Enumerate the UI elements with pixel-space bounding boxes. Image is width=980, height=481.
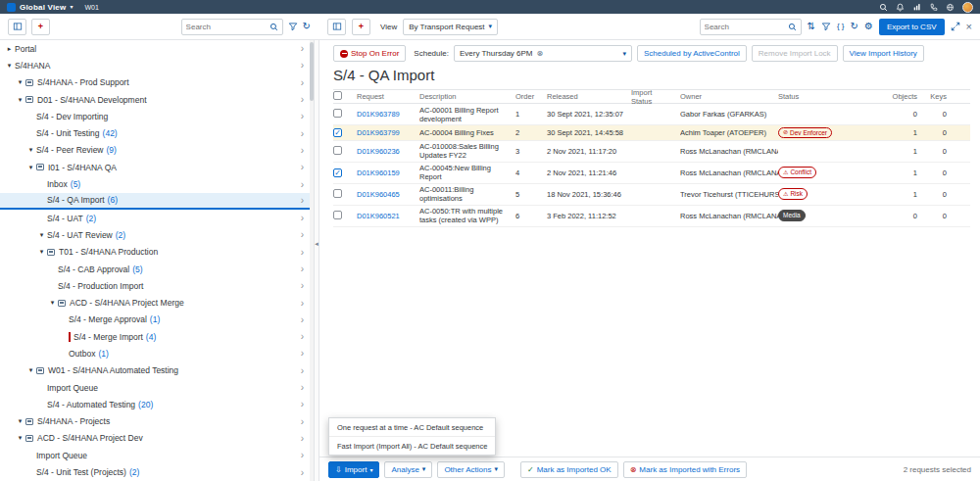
chevron-right-icon[interactable]: ›: [301, 77, 304, 88]
col-objects[interactable]: Objects: [892, 92, 923, 101]
request-link[interactable]: D01K960159: [357, 168, 400, 177]
col-order[interactable]: Order: [515, 92, 547, 101]
row-checkbox[interactable]: ✓: [333, 168, 342, 177]
row-checkbox[interactable]: [333, 109, 342, 118]
chevron-right-icon[interactable]: ›: [301, 314, 304, 325]
chevron-right-icon[interactable]: ›: [301, 179, 304, 190]
sidebar-item[interactable]: ▾W01 - S/4HANA Automated Testing›: [0, 362, 314, 379]
chevron-right-icon[interactable]: ›: [301, 213, 304, 223]
collapse-icon[interactable]: ▾: [15, 417, 25, 425]
collapse-icon[interactable]: ▾: [15, 78, 25, 86]
schedule-select[interactable]: Every Thursday 6PM ⊗ ▾: [454, 45, 632, 62]
collapse-icon[interactable]: ▾: [25, 164, 36, 171]
col-description[interactable]: Description: [419, 92, 515, 101]
sidebar-item[interactable]: ▾D01 - S/4HANA Development›: [0, 91, 314, 108]
braces-icon[interactable]: { }: [837, 23, 845, 30]
chevron-right-icon[interactable]: ›: [301, 382, 304, 393]
sidebar-item[interactable]: ▾S/4HANA - Prod Support›: [0, 74, 314, 91]
main-search-input[interactable]: [705, 23, 785, 31]
sidebar-item[interactable]: Inbox(5)›: [0, 175, 314, 192]
sidebar-item[interactable]: ▸Portal›: [0, 40, 314, 57]
sidebar-item[interactable]: S/4 - UAT(2)›: [0, 210, 314, 226]
expand-icon[interactable]: [951, 22, 960, 31]
layout-panel-button[interactable]: [8, 19, 26, 35]
row-checkbox[interactable]: ✓: [333, 128, 342, 137]
search-icon[interactable]: [879, 3, 888, 12]
sidebar-item[interactable]: Import Queue›: [0, 379, 314, 396]
import-option[interactable]: One request at a time - AC Default seque…: [329, 418, 495, 437]
collapse-icon[interactable]: ▾: [36, 248, 47, 256]
sidebar-item[interactable]: ▾S/4 - Peer Review(9)›: [0, 142, 314, 159]
table-row[interactable]: D01K963789AC-00001 Billing Report develo…: [333, 104, 970, 125]
expand-icon[interactable]: ▸: [4, 45, 15, 53]
remove-token-icon[interactable]: ⊗: [537, 49, 544, 58]
chevron-right-icon[interactable]: ›: [301, 145, 304, 156]
chevron-right-icon[interactable]: ›: [301, 60, 304, 71]
collapse-icon[interactable]: ▾: [25, 146, 36, 154]
table-row[interactable]: D01K960521AC-0050:TR with multiple tasks…: [333, 206, 970, 227]
sidebar-item[interactable]: S/4 - Merge Approval(1)›: [0, 312, 314, 328]
refresh-icon[interactable]: ↻: [303, 22, 311, 31]
request-link[interactable]: D01K960236: [357, 147, 400, 156]
chevron-right-icon[interactable]: ›: [301, 94, 304, 105]
request-link[interactable]: D01K960465: [357, 190, 400, 199]
sidebar-item[interactable]: Outbox(1)›: [0, 345, 314, 361]
collapse-icon[interactable]: ▾: [4, 62, 15, 70]
chevron-right-icon[interactable]: ›: [301, 416, 304, 427]
import-option[interactable]: Fast Import (Import All) - AC Default se…: [329, 437, 495, 455]
close-icon[interactable]: ×: [966, 21, 972, 32]
scheduled-by-activecontrol-button[interactable]: Scheduled by ActiveControl: [637, 45, 747, 62]
filter-icon[interactable]: [821, 22, 831, 31]
table-row[interactable]: D01K960465AC-00011:Billing optimisations…: [333, 184, 970, 206]
chevron-right-icon[interactable]: ›: [301, 111, 304, 121]
sidebar-item[interactable]: S/4 - Unit Testing(42)›: [0, 124, 314, 141]
chevron-right-icon[interactable]: ›: [301, 43, 304, 54]
layout-panel-button[interactable]: [327, 19, 346, 35]
row-checkbox[interactable]: [333, 211, 342, 219]
mark-imported-ok-button[interactable]: ✓ Mark as Imported OK: [520, 461, 618, 478]
refresh-icon[interactable]: ↻: [851, 22, 858, 31]
col-status[interactable]: Status: [778, 92, 892, 101]
chevron-right-icon[interactable]: ›: [301, 450, 304, 460]
sidebar-item[interactable]: ▾T01 - S/4HANA Production›: [0, 244, 314, 261]
sidebar-item[interactable]: S/4 - QA Import(6)›: [0, 193, 314, 210]
request-link[interactable]: D01K963789: [357, 110, 400, 119]
view-select[interactable]: By Transport Request ▾: [403, 19, 498, 35]
table-row[interactable]: D01K960236AC-010008:Sales Billing Update…: [333, 141, 970, 163]
chevron-right-icon[interactable]: ›: [301, 433, 304, 444]
sidebar-item[interactable]: S/4 - Automated Testing(20)›: [0, 396, 314, 412]
collapse-icon[interactable]: ▾: [47, 299, 58, 307]
chevron-down-icon[interactable]: ▾: [70, 4, 73, 10]
sidebar-item[interactable]: S/4 - Merge Import(4)›: [0, 328, 314, 345]
sidebar-item[interactable]: ▾S/4 - UAT Review(2)›: [0, 226, 314, 243]
sidebar-item[interactable]: ▾ACD - S/4HANA Project Merge›: [0, 294, 314, 311]
chevron-right-icon[interactable]: ›: [301, 128, 304, 139]
sidebar-search-input[interactable]: [186, 23, 267, 31]
sidebar-item[interactable]: S/4 - Production Import›: [0, 277, 314, 294]
row-checkbox[interactable]: [333, 189, 342, 198]
select-all-checkbox[interactable]: [333, 91, 342, 100]
collapse-icon[interactable]: ▾: [25, 366, 36, 374]
col-import-status[interactable]: Import Status: [631, 88, 680, 106]
col-keys[interactable]: Keys: [923, 92, 953, 101]
chevron-right-icon[interactable]: ›: [301, 467, 304, 478]
analytics-icon[interactable]: [912, 3, 921, 12]
chevron-right-icon[interactable]: ›: [301, 247, 304, 258]
notifications-icon[interactable]: [896, 3, 905, 12]
mark-imported-errors-button[interactable]: ⊗ Mark as Imported with Errors: [623, 461, 747, 478]
collapse-icon[interactable]: ▾: [15, 434, 25, 442]
row-checkbox[interactable]: [333, 146, 342, 155]
filter-icon[interactable]: [288, 22, 298, 31]
table-row[interactable]: ✓D01K960159AC-00045:New Billing Report42…: [333, 163, 970, 184]
help-globe-icon[interactable]: [946, 3, 955, 12]
collapse-icon[interactable]: ▾: [15, 96, 25, 104]
chevron-right-icon[interactable]: ›: [301, 280, 304, 291]
chevron-right-icon[interactable]: ›: [301, 195, 304, 206]
sidebar-item[interactable]: S/4 - Dev Importing›: [0, 108, 314, 124]
sort-icon[interactable]: ⇅: [808, 22, 815, 31]
request-link[interactable]: D01K963799: [357, 128, 400, 137]
global-view-menu[interactable]: Global View: [20, 3, 66, 12]
search-icon[interactable]: [270, 23, 278, 31]
chevron-right-icon[interactable]: ›: [301, 365, 304, 376]
sidebar-item[interactable]: ▾S/4HANA›: [0, 57, 314, 73]
